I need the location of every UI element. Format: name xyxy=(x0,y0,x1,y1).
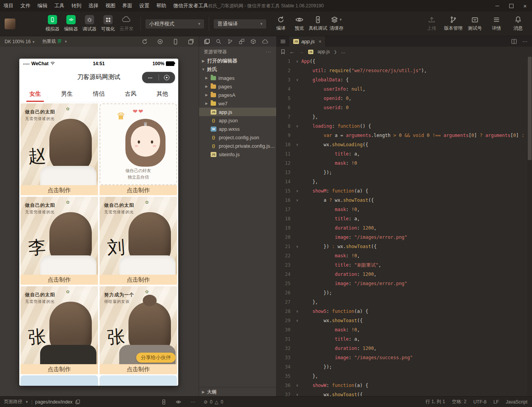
eol-setting[interactable]: LF xyxy=(493,399,499,405)
debugger-toggle-button[interactable]: 调试器 xyxy=(80,15,99,32)
bookmark-icon[interactable] xyxy=(280,49,285,54)
file-images[interactable]: ▶images xyxy=(199,74,276,82)
menu-item-视图[interactable]: 视图 xyxy=(102,0,119,12)
eye-icon[interactable] xyxy=(176,400,181,404)
file-pages[interactable]: ▶pages xyxy=(199,82,276,91)
open-editors-section[interactable]: ▶ 打开的编辑器 xyxy=(199,57,276,65)
fold-icon[interactable]: ∨ xyxy=(293,316,301,325)
user-avatar[interactable] xyxy=(5,19,15,29)
file-app.js[interactable]: JSapp.js xyxy=(199,108,276,116)
upload-button[interactable]: 上传 xyxy=(422,16,441,32)
fold-icon[interactable]: ∨ xyxy=(293,75,301,84)
more-menu-button[interactable]: ••• xyxy=(142,76,159,79)
phone-tab-男生[interactable]: 男生 xyxy=(51,86,83,102)
file-we7[interactable]: ▶we7 xyxy=(199,99,276,108)
close-home-button[interactable] xyxy=(159,75,175,80)
breadcrumb-file[interactable]: app.js xyxy=(318,49,330,54)
file-project.config.json[interactable]: {}project.config.json xyxy=(199,133,276,142)
test-account-button[interactable]: 测试号 xyxy=(466,16,484,32)
npm-build-icon[interactable] xyxy=(250,39,256,44)
copy-icon[interactable] xyxy=(75,399,80,404)
details-button[interactable]: 详情 xyxy=(487,16,506,32)
outline-section[interactable]: ▶ 大纲 xyxy=(199,387,276,397)
more-actions-icon[interactable]: ⋯ xyxy=(191,399,195,405)
fold-icon[interactable]: ∨ xyxy=(293,381,301,390)
phone-tab-古风[interactable]: 古风 xyxy=(115,86,146,102)
card-make-button[interactable]: 点击制作 xyxy=(100,364,177,374)
close-tab-icon[interactable]: × xyxy=(319,39,322,44)
breadcrumb-more[interactable]: … xyxy=(341,49,345,54)
language-mode[interactable]: JavaScript xyxy=(506,399,527,405)
file-app.json[interactable]: {}app.json xyxy=(199,116,276,125)
menu-item-编辑[interactable]: 编辑 xyxy=(34,0,51,12)
card[interactable]: 做自己的太阳无需凭借谁的光✿李点击制作 xyxy=(20,197,98,285)
device-debug-small-icon[interactable] xyxy=(161,399,166,405)
card[interactable]: 做自己的太阳无需凭借谁的光✿刘点击制作 xyxy=(100,197,177,285)
nav-back-icon[interactable]: ← xyxy=(289,49,295,55)
tab-app-js[interactable]: JS app.js × xyxy=(289,36,326,47)
popout-icon[interactable] xyxy=(188,39,194,45)
page-path-label[interactable]: 页面路径 xyxy=(4,399,22,405)
clear-cache-button[interactable]: ▼ 清缓存 xyxy=(327,16,346,32)
fold-icon[interactable]: ∨ xyxy=(293,196,301,205)
menu-item-界面[interactable]: 界面 xyxy=(119,0,136,12)
menu-item-选择[interactable]: 选择 xyxy=(85,0,102,12)
menu-item-项目[interactable]: 项目 xyxy=(0,0,17,12)
editor-toggle-button[interactable]: </> 编辑器 xyxy=(62,15,80,32)
fold-icon[interactable]: ∨ xyxy=(293,390,301,397)
screenshot-icon[interactable] xyxy=(157,39,163,45)
refresh-icon[interactable] xyxy=(142,39,148,45)
hot-reload-toggle[interactable]: 热重载开▼ xyxy=(42,38,68,45)
preview-button[interactable]: 预览 xyxy=(290,16,309,32)
messages-button[interactable]: 消息 xyxy=(509,16,527,32)
source-control-icon[interactable] xyxy=(227,39,233,44)
editor-scrollbar[interactable] xyxy=(527,57,532,397)
file-app.wxss[interactable]: Wapp.wxss xyxy=(199,125,276,133)
card-make-button[interactable]: 点击制作 xyxy=(20,185,98,195)
more-actions-icon[interactable]: ⋯ xyxy=(522,39,527,44)
problems-indicator[interactable]: ⊘ 0 △ 0 xyxy=(204,399,223,405)
menu-item-帮助[interactable]: 帮助 xyxy=(153,0,170,12)
card[interactable]: 做自己的太阳无需凭借谁的光✿赵点击制作 xyxy=(20,103,98,195)
fold-icon[interactable]: ∨ xyxy=(293,242,301,251)
maximize-button[interactable] xyxy=(504,0,518,12)
cloud-dev-button[interactable]: 云开发 xyxy=(117,15,136,32)
menu-item-设置[interactable]: 设置 xyxy=(136,0,153,12)
code-lines[interactable]: 1∨App({2 util: require("we7/resource/js/… xyxy=(277,57,527,397)
indent-setting[interactable]: 空格: 2 xyxy=(452,399,466,405)
card[interactable]: 努力成为一个很哇塞的女孩✿张点击制作分享给小伙伴 xyxy=(100,286,177,374)
device-debug-button[interactable]: 真机调试 xyxy=(309,16,327,32)
mode-select[interactable]: 小程序模式 ▼ xyxy=(145,19,204,29)
nav-forward-icon[interactable]: → xyxy=(299,49,304,55)
card-make-button[interactable]: 点击制作 xyxy=(20,364,98,374)
compile-mode-select[interactable]: 普通编译 ▼ xyxy=(214,19,266,29)
menu-item-工具[interactable]: 工具 xyxy=(51,0,68,12)
file-project.private.config.js…[interactable]: {}project.private.config.js… xyxy=(199,142,276,150)
cloud-icon[interactable] xyxy=(262,39,269,44)
version-control-button[interactable]: 版本管理 xyxy=(444,16,463,32)
phone-tab-情侣[interactable]: 情侣 xyxy=(83,86,115,102)
fold-icon[interactable]: ∨ xyxy=(293,57,301,66)
device-select[interactable]: DK 100% 16▼ xyxy=(5,39,35,44)
split-editor-icon[interactable] xyxy=(511,39,517,44)
encoding-setting[interactable]: UTF-8 xyxy=(473,399,486,405)
close-button[interactable]: × xyxy=(518,0,532,12)
card[interactable]: 做自己的太阳无需凭借谁的光✿张点击制作 xyxy=(20,286,98,374)
extensions-icon[interactable] xyxy=(239,39,245,44)
card-make-button[interactable]: 点击制作 xyxy=(100,185,177,195)
card[interactable]: ♛❤❤♛做自己の好友独立且自信点击制作 xyxy=(100,103,177,195)
search-icon[interactable] xyxy=(216,39,221,44)
fold-icon[interactable]: ∨ xyxy=(293,307,301,316)
fold-icon[interactable]: ∨ xyxy=(293,140,301,149)
fold-icon[interactable]: ∨ xyxy=(293,122,301,131)
phone-tab-女生[interactable]: 女生 xyxy=(19,86,51,102)
phone-tab-其他[interactable]: 其他 xyxy=(147,86,178,102)
open-editors-list-icon[interactable] xyxy=(277,39,289,44)
card-make-button[interactable]: 点击制作 xyxy=(20,275,98,285)
file-siteinfo.js[interactable]: JSsiteinfo.js xyxy=(199,150,276,159)
project-root[interactable]: ▼ 姓氏 xyxy=(199,65,276,74)
share-button[interactable]: 分享给小伙伴 xyxy=(136,353,176,363)
menu-item-微信开发者工具[interactable]: 微信开发者工具 xyxy=(170,0,212,12)
minimize-button[interactable] xyxy=(490,0,504,12)
files-icon[interactable] xyxy=(204,39,210,44)
